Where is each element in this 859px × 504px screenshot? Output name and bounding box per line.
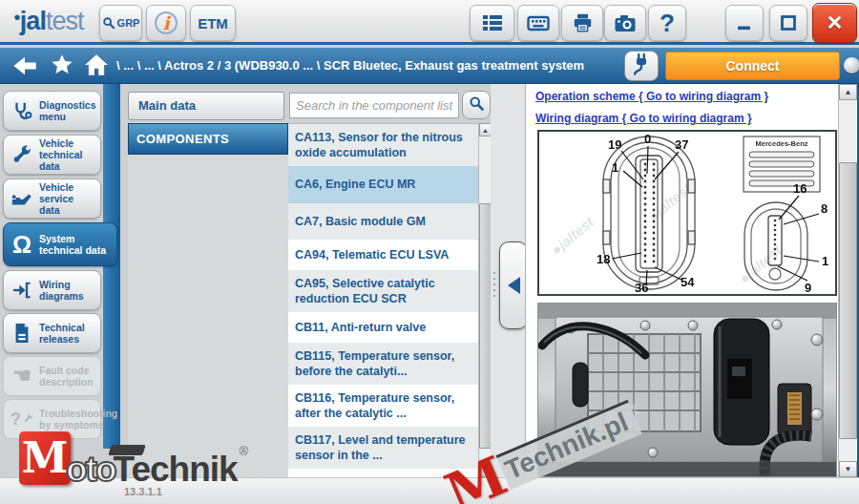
oil-can-icon — [10, 189, 34, 208]
mototechnik-logo: MotoTechnik® — [19, 431, 248, 485]
logo-dot-icon: ● — [13, 10, 20, 24]
component-location-photo: ●jaltest — [537, 303, 837, 477]
svg-text:●jaltest: ●jaltest — [548, 213, 597, 258]
close-button[interactable]: ✕ — [812, 3, 857, 43]
svg-text:9: 9 — [805, 281, 811, 294]
search-button[interactable] — [462, 91, 491, 119]
diagnostic-connection-button[interactable] — [624, 51, 659, 81]
sidebar-item-label: Wiring diagrams — [39, 279, 96, 302]
question-wrench-icon: ? — [10, 410, 34, 428]
maximize-button[interactable] — [769, 5, 807, 41]
sidebar-accent-strip — [103, 84, 120, 449]
wrench-icon — [10, 144, 34, 165]
close-icon: ✕ — [827, 11, 844, 34]
component-list-item[interactable]: CA95, Selective catalytic reduction ECU … — [288, 270, 478, 312]
component-list-item[interactable]: CB117, Level and temperature sensor in t… — [288, 427, 478, 469]
sidebar-item-wiring-diagrams[interactable]: Wiring diagrams — [3, 270, 101, 310]
hammer-icon — [108, 445, 146, 455]
sidebar-item-vehicle-technical-data[interactable]: Vehicle technical data — [3, 135, 101, 175]
keyboard-button[interactable] — [517, 5, 559, 41]
component-list-item[interactable]: CB115, Temperature sensor, before the ca… — [288, 343, 478, 385]
sidebar-item-vehicle-service-data[interactable]: Vehicle service data — [3, 178, 101, 219]
sidebar-item-label: Troubleshooting by symptoms — [39, 408, 117, 430]
app-version: 13.3.1.1 — [124, 486, 162, 497]
component-list-item[interactable]: CA113, Sensor for the nitrous oxide accu… — [288, 124, 478, 166]
scroll-down-button[interactable]: ▼ — [839, 461, 857, 477]
connect-button[interactable]: Connect — [665, 52, 840, 80]
component-list-item[interactable]: CA94, Telematic ECU LSVA — [288, 240, 478, 270]
component-list-item[interactable]: CB128, Compressed air sensor SCR (Select… — [288, 469, 478, 477]
svg-text:16: 16 — [793, 181, 807, 196]
list-icon — [481, 12, 504, 33]
camera-icon — [614, 13, 637, 33]
svg-text:37: 37 — [675, 137, 688, 152]
arrow-up-icon: ▲ — [845, 88, 852, 96]
breadcrumb: \ ... \ ... \ Actros 2 / 3 (WDB930.0 ...… — [116, 48, 584, 84]
plug-icon — [631, 52, 652, 79]
back-button[interactable] — [11, 54, 38, 81]
navigation-bar: \ ... \ ... \ Actros 2 / 3 (WDB930.0 ...… — [0, 48, 859, 84]
components-section-header[interactable]: COMPONENTS — [128, 123, 288, 155]
component-search-input[interactable] — [289, 93, 459, 118]
keyboard-icon — [527, 13, 550, 32]
print-button[interactable] — [561, 5, 603, 41]
registered-mark: ® — [240, 444, 249, 458]
connection-status-indicator — [844, 57, 859, 74]
component-list-item[interactable]: CB116, Temperature sensor, after the cat… — [288, 385, 478, 427]
screenshot-button[interactable] — [604, 5, 646, 41]
svg-text:1: 1 — [612, 160, 618, 175]
sidebar-item-label: Fault code description — [39, 365, 96, 388]
detail-panel-scrollbar[interactable]: ▲ ▼ — [838, 84, 857, 477]
arrow-down-icon: ▼ — [482, 468, 489, 474]
grp-button[interactable]: GRP — [99, 5, 142, 41]
svg-text:54: 54 — [681, 275, 695, 289]
scroll-up-button[interactable]: ▲ — [839, 84, 857, 100]
component-list-item-selected[interactable]: CA6, Engine ECU MR — [288, 166, 478, 203]
magnifier-icon — [102, 16, 116, 31]
svg-text:1: 1 — [822, 254, 828, 268]
sidebar-item-label: Technical releases — [39, 322, 96, 345]
sidebar-item-diagnostics-menu[interactable]: Diagnostics menu — [3, 91, 101, 131]
etm-button[interactable]: ETM — [190, 5, 236, 41]
divider-drag-handle[interactable] — [493, 272, 495, 297]
printer-icon — [572, 12, 594, 33]
component-list-item[interactable]: CB11, Anti-return valve — [288, 312, 478, 343]
svg-text:●jaltest: ●jaltest — [736, 242, 786, 286]
home-button[interactable] — [84, 53, 109, 80]
help-button[interactable]: ? — [648, 5, 686, 41]
minimize-icon — [735, 13, 754, 32]
favorite-star-button[interactable] — [50, 52, 74, 81]
minimize-button[interactable] — [725, 5, 764, 41]
svg-text:36: 36 — [635, 281, 648, 294]
operation-scheme-link[interactable]: Operation scheme { Go to wiring diagram … — [535, 90, 768, 103]
sidebar-item-label: Vehicle technical data — [39, 137, 96, 172]
component-list-scrollbar[interactable]: ▲ ▼ — [478, 123, 492, 477]
component-detail-panel: Operation scheme { Go to wiring diagram … — [525, 84, 838, 477]
scrollbar-thumb[interactable] — [839, 162, 857, 439]
svg-text:0: 0 — [644, 132, 651, 146]
sidebar-item-technical-releases[interactable]: Technical releases — [3, 313, 101, 353]
omega-icon: Ω — [10, 233, 34, 257]
search-icon — [469, 95, 485, 116]
sidebar-item-system-technical-data[interactable]: Ω System technical data — [3, 222, 117, 266]
arrow-down-icon: ▼ — [845, 465, 852, 473]
jaltest-logo: ●jaltest — [13, 7, 83, 36]
collapse-panel-button[interactable] — [499, 242, 528, 329]
component-list-item[interactable]: CA7, Basic module GM — [288, 203, 478, 240]
component-list: CA113, Sensor for the nitrous oxide accu… — [288, 123, 478, 477]
sidebar-item-label: System technical data — [39, 233, 113, 256]
svg-text:Mercedes-Benz: Mercedes-Benz — [755, 139, 807, 148]
top-toolbar: ●jaltest GRP i ETM ? — [0, 0, 859, 45]
wiring-diagram-link[interactable]: Wiring diagram { Go to wiring diagram } — [535, 112, 752, 125]
sidebar-item-label: Vehicle service data — [39, 181, 96, 216]
content-area: Diagnostics menu Vehicle technical data … — [0, 84, 859, 477]
report-list-button[interactable] — [470, 5, 514, 41]
sidebar-item-label: Diagnostics menu — [39, 99, 96, 122]
category-column — [128, 155, 288, 477]
svg-text:18: 18 — [597, 252, 610, 266]
stethoscope-icon — [10, 100, 34, 121]
info-button[interactable]: i — [146, 5, 186, 41]
document-icon — [10, 323, 34, 344]
tab-main-data[interactable]: Main data — [128, 92, 284, 120]
hand-pointer-icon: ☚ — [10, 366, 34, 387]
